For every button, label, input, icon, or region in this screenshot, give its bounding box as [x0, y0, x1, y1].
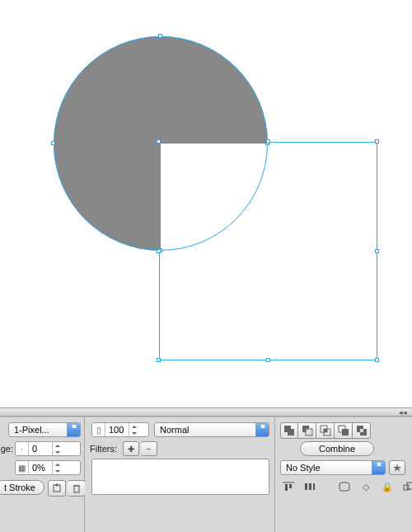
edge-softness-icon: ·	[16, 442, 29, 455]
lock-icon[interactable]: 🔒	[379, 480, 396, 493]
filters-list[interactable]	[91, 459, 269, 495]
combine-button[interactable]: Combine	[300, 441, 374, 456]
add-icon	[52, 483, 62, 493]
stepper-up-icon[interactable]	[129, 423, 138, 430]
selection-handle[interactable]	[51, 141, 55, 145]
texture-icon: ▦	[16, 461, 29, 474]
combine-button-label: Combine	[319, 444, 355, 454]
stroke-preset-select[interactable]: 1-Pixel...	[8, 422, 81, 437]
stroke-button-label: t Stroke	[4, 483, 35, 492]
edge-label: ge:	[0, 444, 13, 454]
stroke-group: 1-Pixel... ge: · 0 ▦ 0% t Stroke	[0, 417, 85, 532]
svg-rect-26	[339, 483, 349, 491]
opacity-icon: ▯	[92, 423, 105, 436]
svg-rect-28	[407, 483, 412, 489]
stepper-up-icon[interactable]	[53, 442, 62, 449]
add-stroke-button[interactable]	[48, 480, 66, 497]
properties-panel: ◂◂ 1-Pixel... ge: · 0 ▦ 0% t Stroke	[0, 407, 412, 532]
selection-handle[interactable]	[375, 249, 379, 253]
trash-icon	[72, 483, 82, 493]
pathfinder-punch-button[interactable]	[353, 422, 371, 439]
pathfinder-group: Combine No Style ◇ 🔒	[275, 417, 412, 532]
selection-handle[interactable]	[266, 358, 270, 362]
edge-input[interactable]: · 0	[15, 441, 81, 456]
svg-rect-22	[289, 484, 292, 488]
texture-input[interactable]: ▦ 0%	[15, 460, 81, 475]
texture-value: 0%	[29, 463, 52, 473]
selection-handle[interactable]	[375, 358, 379, 362]
svg-rect-24	[309, 483, 311, 490]
rounded-rect-icon[interactable]	[336, 480, 353, 493]
svg-rect-15	[342, 429, 349, 435]
svg-point-0	[54, 36, 268, 251]
filters-label: Filters:	[90, 444, 123, 454]
align-top-icon[interactable]	[280, 480, 297, 493]
selection-handle[interactable]	[157, 249, 161, 253]
selection-handle[interactable]	[375, 139, 379, 144]
stepper-down-icon[interactable]	[53, 449, 62, 455]
stroke-preset-label: 1-Pixel...	[14, 425, 49, 435]
svg-rect-25	[313, 483, 315, 490]
svg-rect-21	[285, 484, 288, 491]
style-select[interactable]: No Style	[280, 460, 386, 475]
opacity-input[interactable]: ▯ 100	[91, 422, 149, 437]
panel-collapse-icon[interactable]: ◂◂	[397, 408, 409, 417]
new-style-button[interactable]	[389, 460, 405, 475]
stepper-up-icon[interactable]	[53, 461, 62, 468]
pathfinder-union-button[interactable]	[280, 422, 298, 439]
selection-handle[interactable]	[158, 34, 162, 38]
blend-mode-label: Normal	[160, 425, 189, 435]
stepper-down-icon[interactable]	[129, 430, 138, 436]
pathfinder-intersect-button[interactable]	[316, 422, 335, 439]
svg-rect-5	[74, 486, 79, 492]
delete-stroke-button[interactable]	[68, 480, 86, 497]
circle-shape[interactable]	[54, 36, 268, 251]
svg-rect-10	[306, 429, 312, 435]
anchor-icon[interactable]: ◇	[358, 480, 374, 493]
svg-rect-18	[360, 429, 363, 432]
scale-icon[interactable]	[400, 480, 412, 493]
star-icon	[393, 464, 401, 472]
stroke-button[interactable]: t Stroke	[0, 480, 44, 495]
svg-rect-23	[305, 483, 307, 490]
blend-mode-select[interactable]: Normal	[154, 422, 269, 437]
selection-handle[interactable]	[266, 139, 270, 144]
stepper-down-icon[interactable]	[53, 468, 62, 474]
style-select-label: No Style	[286, 463, 321, 473]
remove-filter-button[interactable]: −	[141, 441, 157, 456]
selection-handle[interactable]	[157, 358, 161, 362]
opacity-value: 100	[105, 425, 129, 435]
svg-rect-13	[324, 429, 327, 432]
edge-value: 0	[29, 444, 52, 454]
pathfinder-crop-button[interactable]	[335, 422, 353, 439]
distribute-icon[interactable]	[302, 480, 318, 493]
opacity-filters-group: ▯ 100 Normal Filters: ✚ −	[85, 417, 275, 532]
pathfinder-subtract-button[interactable]	[298, 422, 316, 439]
panel-header-bar: ◂◂	[0, 407, 412, 417]
selection-handle[interactable]	[157, 139, 161, 144]
svg-rect-8	[288, 429, 294, 435]
svg-marker-19	[393, 464, 401, 472]
add-filter-button[interactable]: ✚	[123, 441, 139, 456]
canvas-area[interactable]	[0, 0, 412, 408]
